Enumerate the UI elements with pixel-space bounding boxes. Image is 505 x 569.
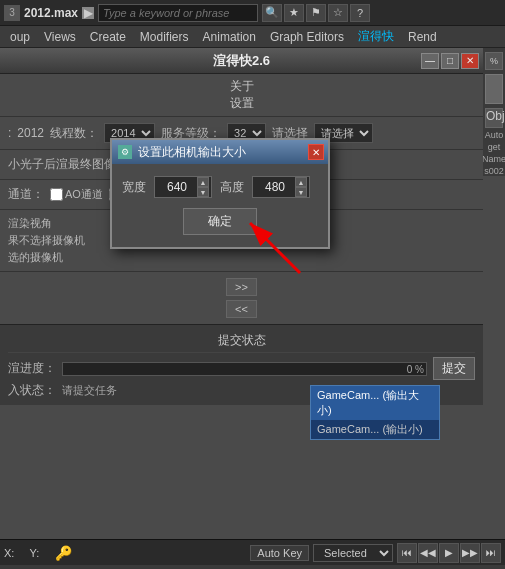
inner-modal-close-btn[interactable]: ✕ — [308, 144, 324, 160]
x-label: X: — [4, 547, 14, 559]
threads-label: 线程数： — [50, 125, 98, 142]
width-input[interactable] — [157, 180, 197, 194]
playback-controls: ⏮ ◀◀ ▶ ▶▶ ⏭ — [397, 543, 501, 563]
star-btn[interactable]: ☆ — [328, 4, 348, 22]
x-coord: X: — [4, 547, 26, 559]
dialog-min-btn[interactable]: — — [421, 53, 439, 69]
progress-value: 0 % — [407, 363, 424, 377]
menu-animation[interactable]: Animation — [197, 28, 262, 46]
playback-start-btn[interactable]: ⏮ — [397, 543, 417, 563]
y-value — [41, 547, 50, 559]
title-bar: 3 2012.max ▶ 🔍 ★ ⚑ ☆ ? — [0, 0, 505, 26]
about-section: 关于 设置 — [0, 74, 483, 117]
bookmark-btn[interactable]: ★ — [284, 4, 304, 22]
dialog-close-btn[interactable]: ✕ — [461, 53, 479, 69]
autokey-btn[interactable]: Auto Key — [250, 545, 309, 561]
y-label: Y: — [30, 547, 40, 559]
right-tool-strip: % Obj Auto get Name s002 — [483, 48, 505, 176]
inner-modal-body: 宽度 ▲ ▼ 高度 ▲ ▼ 确定 — [112, 164, 328, 247]
status-value: 请提交任务 — [62, 383, 117, 398]
menu-bar: oup Views Create Modifiers Animation Gra… — [0, 26, 505, 48]
tool-btn-1[interactable]: % — [485, 52, 503, 70]
inner-modal: ⚙ 设置此相机输出大小 ✕ 宽度 ▲ ▼ 高度 ▲ — [110, 138, 330, 249]
width-spinner: ▲ ▼ — [197, 177, 209, 197]
width-down-btn[interactable]: ▼ — [197, 187, 209, 197]
menu-oup[interactable]: oup — [4, 28, 36, 46]
playback-next-btn[interactable]: ▶▶ — [460, 543, 480, 563]
file-arrow-icon[interactable]: ▶ — [82, 7, 94, 19]
dialog-max-btn[interactable]: □ — [441, 53, 459, 69]
flag-btn[interactable]: ⚑ — [306, 4, 326, 22]
dialog-controls: — □ ✕ — [421, 53, 479, 69]
status-label: 入状态： — [8, 382, 56, 399]
year-colon: : — [8, 126, 11, 140]
selected-dropdown[interactable]: Selected — [313, 544, 393, 562]
title-bar-left: 3 2012.max ▶ 🔍 ★ ⚑ ☆ ? — [4, 4, 501, 22]
search-input[interactable] — [98, 4, 258, 22]
menu-views[interactable]: Views — [38, 28, 82, 46]
menu-modifiers[interactable]: Modifiers — [134, 28, 195, 46]
playback-play-btn[interactable]: ▶ — [439, 543, 459, 563]
ao-checkbox[interactable] — [50, 188, 63, 201]
nav-forward-btn[interactable]: >> — [226, 278, 257, 296]
width-up-btn[interactable]: ▲ — [197, 177, 209, 187]
height-label: 高度 — [220, 179, 244, 196]
ao-label: AO通道 — [65, 187, 103, 202]
progress-row: 渲进度： 0 % 提交 — [8, 357, 475, 380]
filename: 2012.max — [24, 6, 78, 20]
tool-name: Name — [482, 154, 505, 164]
camera-dropdown: GameCam... (输出大小) GameCam... (输出小) — [310, 385, 440, 440]
width-input-wrap: ▲ ▼ — [154, 176, 212, 198]
dimension-row: 宽度 ▲ ▼ 高度 ▲ ▼ — [122, 176, 318, 198]
nav-back-btn[interactable]: << — [226, 300, 257, 318]
about-link[interactable]: 关于 — [230, 78, 254, 95]
tool-get: get — [488, 142, 501, 152]
ao-checkbox-item[interactable]: AO通道 — [50, 187, 103, 202]
tool-obj[interactable]: Obj — [485, 108, 503, 128]
search-btn[interactable]: 🔍 — [262, 4, 282, 22]
menu-create[interactable]: Create — [84, 28, 132, 46]
key-icon: 🔑 — [55, 545, 72, 561]
x-value — [16, 547, 25, 559]
menu-graph-editors[interactable]: Graph Editors — [264, 28, 350, 46]
nav-arrows-section: >> << — [0, 272, 483, 324]
scale-label: 小光子后渲最终图像 — [8, 156, 116, 173]
main-area: % Obj Auto get Name s002 渲得快2.6 — □ ✕ 关于… — [0, 48, 505, 539]
menu-rend[interactable]: Rend — [402, 28, 443, 46]
help-btn[interactable]: ? — [350, 4, 370, 22]
app-icon: 3 — [4, 5, 20, 21]
dialog-titlebar: 渲得快2.6 — □ ✕ — [0, 48, 483, 74]
camera-item-2[interactable]: GameCam... (输出小) — [311, 420, 439, 439]
y-coord: Y: — [30, 547, 51, 559]
height-input[interactable] — [255, 180, 295, 194]
tool-img-1 — [485, 74, 503, 104]
height-up-btn[interactable]: ▲ — [295, 177, 307, 187]
year-static: 2012 — [17, 126, 44, 140]
camera-item-1[interactable]: GameCam... (输出大小) — [311, 386, 439, 420]
tool-auto: Auto — [485, 130, 504, 140]
status-bar: X: Y: 🔑 Auto Key Selected ⏮ ◀◀ ▶ ▶▶ ⏭ — [0, 539, 505, 565]
inner-modal-icon: ⚙ — [118, 145, 132, 159]
playback-end-btn[interactable]: ⏭ — [481, 543, 501, 563]
title-icons: 🔍 ★ ⚑ ☆ ? — [262, 4, 370, 22]
height-spinner: ▲ ▼ — [295, 177, 307, 197]
channel-label: 通道： — [8, 186, 44, 203]
height-down-btn[interactable]: ▼ — [295, 187, 307, 197]
submit-title: 提交状态 — [8, 329, 475, 353]
height-input-wrap: ▲ ▼ — [252, 176, 310, 198]
selected-camera-label: 选的摄像机 — [8, 250, 475, 265]
progress-label: 渲进度： — [8, 360, 56, 377]
playback-prev-btn[interactable]: ◀◀ — [418, 543, 438, 563]
width-label: 宽度 — [122, 179, 146, 196]
submit-btn[interactable]: 提交 — [433, 357, 475, 380]
progress-bar: 0 % — [62, 362, 427, 376]
dialog-title: 渲得快2.6 — [213, 52, 270, 70]
tool-id: s002 — [484, 166, 504, 176]
menu-zhuandekuai[interactable]: 渲得快 — [352, 26, 400, 47]
inner-modal-titlebar: ⚙ 设置此相机输出大小 ✕ — [112, 140, 328, 164]
inner-modal-title: 设置此相机输出大小 — [138, 144, 246, 161]
settings-link[interactable]: 设置 — [230, 95, 254, 112]
confirm-btn[interactable]: 确定 — [183, 208, 257, 235]
